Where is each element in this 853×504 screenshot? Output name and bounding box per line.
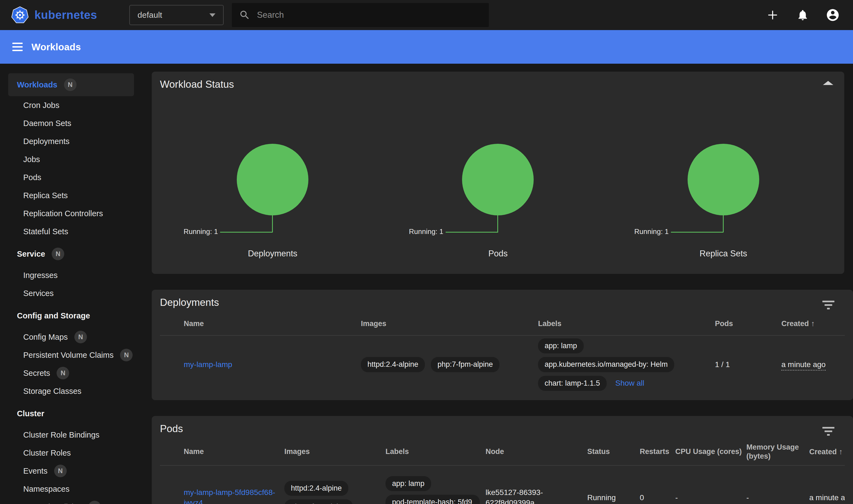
sidebar-item-network-policies[interactable]: Network Policies N: [0, 498, 142, 504]
sidebar-item-replication-controllers[interactable]: Replication Controllers: [0, 204, 142, 222]
column-header-created[interactable]: Created↑: [781, 319, 844, 332]
column-header-cpu-usage: CPU Usage (cores): [675, 447, 746, 461]
pod-status: Running: [587, 493, 640, 502]
column-header-name[interactable]: Name: [184, 319, 361, 332]
page-title: Workloads: [32, 41, 81, 53]
chart-title: Deployments: [160, 249, 385, 258]
label-chip: pod-template-hash: 5fd985cf68: [386, 495, 480, 504]
label-chip: app.kubernetes.io/managed-by: Helm: [538, 357, 674, 372]
top-header: kubernetes default: [0, 0, 853, 30]
pod-labels: app: lamp pod-template-hash: 5fd985cf68: [386, 476, 485, 504]
header-actions: [765, 8, 840, 22]
column-header-name[interactable]: Name: [184, 447, 284, 461]
filter-icon[interactable]: [822, 427, 835, 436]
sidebar-item-storage-classes[interactable]: Storage Classes: [0, 382, 142, 400]
image-chip: httpd:2.4-alpine: [284, 481, 348, 496]
image-chip: httpd:2.4-alpine: [361, 357, 425, 372]
deployment-table-row[interactable]: my-lamp-lamp httpd:2.4-alpine php:7-fpm-…: [160, 336, 845, 394]
new-badge: N: [120, 349, 132, 361]
created-timestamp: a minute ago: [781, 360, 826, 371]
namespace-selector[interactable]: default: [129, 5, 224, 25]
deployment-images: httpd:2.4-alpine php:7-fpm-alpine: [361, 357, 538, 372]
image-chip: php:7-fpm-alpine: [431, 357, 499, 372]
notifications-bell-icon[interactable]: [796, 8, 810, 22]
chart-title: Replica Sets: [611, 249, 836, 258]
new-badge: N: [88, 501, 101, 504]
workload-status-charts: Running: 1 Deployments Running: 1 Pods R…: [160, 92, 836, 273]
search-bar[interactable]: [232, 3, 489, 27]
deployment-name-link[interactable]: my-lamp-lamp: [184, 360, 232, 369]
sidebar-item-cluster-role-bindings[interactable]: Cluster Role Bindings: [0, 426, 142, 444]
new-badge: N: [52, 248, 64, 260]
pie-label: Running: 1: [634, 228, 669, 236]
chart-title: Pods: [385, 249, 610, 258]
sidebar-section-cluster[interactable]: Cluster: [0, 404, 142, 422]
column-header-node: Node: [485, 447, 587, 461]
sidebar-item-persistent-volume-claims[interactable]: Persistent Volume Claims N: [0, 346, 142, 364]
new-badge: N: [54, 465, 67, 477]
pod-table-row[interactable]: my-lamp-lamp-5fd985cf68-jwvz4 httpd:2.4-…: [160, 466, 845, 504]
pie-label: Running: 1: [183, 228, 218, 236]
pods-table-header: Name Images Labels Node Status Restarts …: [160, 443, 845, 466]
column-header-restarts: Restarts: [640, 447, 675, 461]
new-badge: N: [74, 331, 87, 343]
sort-ascending-icon: ↑: [811, 319, 815, 328]
pods-title: Pods: [160, 423, 845, 435]
sidebar-item-namespaces[interactable]: Namespaces: [0, 480, 142, 498]
account-avatar-icon[interactable]: [826, 8, 840, 22]
label-chip: app: lamp: [538, 338, 584, 354]
app-bar: Workloads: [0, 30, 853, 64]
column-header-labels: Labels: [538, 319, 715, 332]
sidebar-item-daemon-sets[interactable]: Daemon Sets: [0, 114, 142, 132]
pie-slice-running: [462, 144, 534, 215]
create-resource-button[interactable]: [765, 8, 780, 22]
sidebar-item-service[interactable]: Service N: [0, 245, 142, 263]
column-header-memory-usage: Memory Usage (bytes): [746, 443, 809, 465]
image-chip: php:7-fpm-alpine: [284, 499, 353, 504]
kubernetes-brand[interactable]: kubernetes: [11, 6, 97, 24]
sidebar-item-stateful-sets[interactable]: Stateful Sets: [0, 222, 142, 240]
search-input[interactable]: [257, 10, 482, 20]
pie-label: Running: 1: [409, 228, 443, 236]
sidebar-section-config-and-storage[interactable]: Config and Storage: [0, 307, 142, 325]
column-header-created[interactable]: Created↑: [809, 447, 845, 461]
sidebar-item-pods[interactable]: Pods: [0, 168, 142, 186]
sidebar-item-secrets[interactable]: Secrets N: [0, 364, 142, 382]
collapse-chevron-up-icon[interactable]: [823, 81, 833, 85]
column-header-labels: Labels: [386, 447, 485, 461]
namespace-value: default: [138, 11, 209, 20]
sidebar-item-deployments[interactable]: Deployments: [0, 132, 142, 150]
pie-slice-running: [688, 144, 759, 215]
search-icon: [239, 9, 250, 21]
sidebar-item-jobs[interactable]: Jobs: [0, 150, 142, 168]
pod-images: httpd:2.4-alpine php:7-fpm-alpine: [284, 481, 386, 504]
pod-memory-usage: -: [746, 493, 809, 502]
label-chip: app: lamp: [386, 476, 431, 491]
brand-title: kubernetes: [34, 8, 97, 22]
sort-ascending-icon: ↑: [839, 447, 843, 456]
pie-slice-running: [237, 144, 308, 215]
deployments-table-header: Name Images Labels Pods Created↑: [160, 317, 845, 336]
show-all-link[interactable]: Show all: [616, 379, 644, 388]
sidebar-item-cron-jobs[interactable]: Cron Jobs: [0, 96, 142, 114]
new-badge: N: [64, 78, 76, 91]
sidebar-item-ingresses[interactable]: Ingresses: [0, 266, 142, 284]
main-content: Workload Status Running: 1 Deployments R…: [142, 64, 853, 504]
sidebar-item-services[interactable]: Services: [0, 284, 142, 302]
sidebar-item-config-maps[interactable]: Config Maps N: [0, 328, 142, 346]
filter-icon[interactable]: [822, 301, 835, 309]
menu-hamburger-icon[interactable]: [12, 43, 23, 51]
sidebar-item-replica-sets[interactable]: Replica Sets: [0, 186, 142, 204]
workload-status-title: Workload Status: [160, 79, 836, 90]
chevron-down-icon: [209, 13, 215, 17]
sidebar-item-events[interactable]: Events N: [0, 462, 142, 480]
deployments-card: Deployments Name Images Labels Pods Crea…: [152, 290, 853, 400]
label-chip: chart: lamp-1.1.5: [538, 376, 607, 391]
sidebar-nav: Workloads N Cron Jobs Daemon Sets Deploy…: [0, 64, 142, 504]
kubernetes-logo-icon: [11, 6, 29, 24]
pod-name-link[interactable]: my-lamp-lamp-5fd985cf68-jwvz4: [184, 487, 275, 504]
sidebar-item-workloads[interactable]: Workloads N: [8, 73, 134, 96]
column-header-pods: Pods: [715, 319, 781, 332]
sidebar-item-cluster-roles[interactable]: Cluster Roles: [0, 444, 142, 462]
column-header-status: Status: [587, 447, 640, 461]
